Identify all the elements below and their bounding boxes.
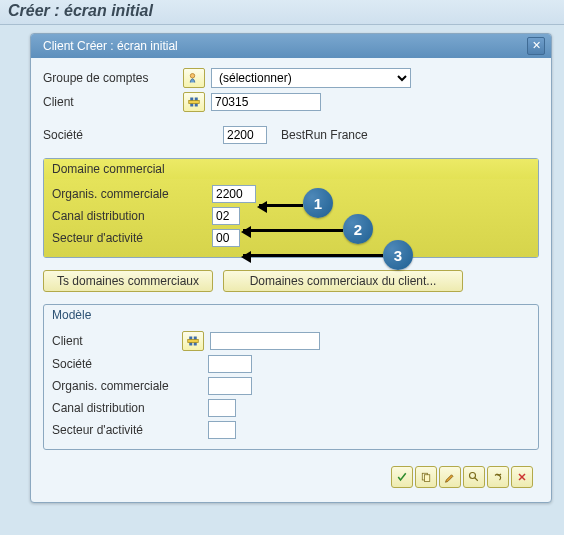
row-division: Secteur d'activité — [52, 229, 530, 247]
account-group-label: Groupe de comptes — [43, 71, 183, 85]
model-society-label: Société — [52, 357, 208, 371]
account-group-select[interactable]: (sélectionner) — [211, 68, 411, 88]
model-division-label: Secteur d'activité — [52, 423, 208, 437]
society-label: Société — [43, 128, 223, 142]
group-commercial: Domaine commercial Organis. commerciale … — [43, 158, 539, 258]
model-sales-org-input[interactable] — [208, 377, 252, 395]
client-sales-areas-label: Domaines commerciaux du client... — [250, 274, 437, 288]
model-row-client: Client — [52, 331, 530, 351]
bottom-toolbar — [43, 462, 539, 490]
model-sales-org-label: Organis. commerciale — [52, 379, 208, 393]
model-client-label: Client — [52, 334, 182, 348]
group-model-title: Modèle — [44, 305, 538, 325]
svg-point-3 — [190, 74, 195, 79]
client-sales-areas-button[interactable]: Domaines commerciaux du client... — [223, 270, 463, 292]
model-dist-channel-label: Canal distribution — [52, 401, 208, 415]
commercial-buttons: Ts domaines commerciaux Domaines commerc… — [43, 270, 539, 292]
svg-point-12 — [470, 473, 476, 479]
account-group-help-icon[interactable] — [183, 68, 205, 88]
svg-rect-9 — [188, 340, 199, 343]
dialog-title: Client Créer : écran initial — [43, 39, 178, 53]
close-icon[interactable]: ✕ — [527, 37, 545, 55]
row-society: Société BestRun France — [43, 126, 539, 144]
work-area: Client Créer : écran initial ✕ Groupe de… — [0, 25, 564, 511]
cancel-button[interactable] — [511, 466, 533, 488]
row-account-group: Groupe de comptes (sélectionner) — [43, 68, 539, 88]
model-row-division: Secteur d'activité — [52, 421, 530, 439]
dist-channel-label: Canal distribution — [52, 209, 212, 223]
svg-line-13 — [475, 478, 478, 481]
copy-button[interactable] — [415, 466, 437, 488]
all-sales-areas-label: Ts domaines commerciaux — [57, 274, 199, 288]
page-title: Créer : écran initial — [8, 2, 153, 19]
sales-org-input[interactable] — [212, 185, 256, 203]
model-row-sales-org: Organis. commerciale — [52, 377, 530, 395]
dialog-body: Groupe de comptes (sélectionner) Client … — [31, 58, 551, 502]
all-sales-areas-button[interactable]: Ts domaines commerciaux — [43, 270, 213, 292]
model-dist-channel-input[interactable] — [208, 399, 236, 417]
svg-rect-11 — [425, 475, 430, 482]
sales-org-label: Organis. commerciale — [52, 187, 212, 201]
row-dist-channel: Canal distribution — [52, 207, 530, 225]
client-input[interactable] — [211, 93, 321, 111]
dist-channel-input[interactable] — [212, 207, 240, 225]
client-label: Client — [43, 95, 183, 109]
society-name: BestRun France — [281, 128, 368, 142]
row-sales-org: Organis. commerciale — [52, 185, 530, 203]
model-client-search-icon[interactable] — [182, 331, 204, 351]
row-client: Client — [43, 92, 539, 112]
model-row-dist-channel: Canal distribution — [52, 399, 530, 417]
division-label: Secteur d'activité — [52, 231, 212, 245]
model-society-input[interactable] — [208, 355, 252, 373]
society-input[interactable] — [223, 126, 267, 144]
model-row-society: Société — [52, 355, 530, 373]
edit-button[interactable] — [439, 466, 461, 488]
page-title-bar: Créer : écran initial — [0, 0, 564, 25]
display-button[interactable] — [463, 466, 485, 488]
group-commercial-title: Domaine commercial — [44, 159, 538, 179]
model-client-input[interactable] — [210, 332, 320, 350]
group-model: Modèle Client Société Organis. co — [43, 304, 539, 450]
svg-rect-6 — [189, 101, 200, 104]
model-division-input[interactable] — [208, 421, 236, 439]
dialog-header: Client Créer : écran initial ✕ — [31, 34, 551, 58]
client-search-icon[interactable] — [183, 92, 205, 112]
enter-button[interactable] — [391, 466, 413, 488]
division-input[interactable] — [212, 229, 240, 247]
settings-button[interactable] — [487, 466, 509, 488]
dialog: Client Créer : écran initial ✕ Groupe de… — [30, 33, 552, 503]
